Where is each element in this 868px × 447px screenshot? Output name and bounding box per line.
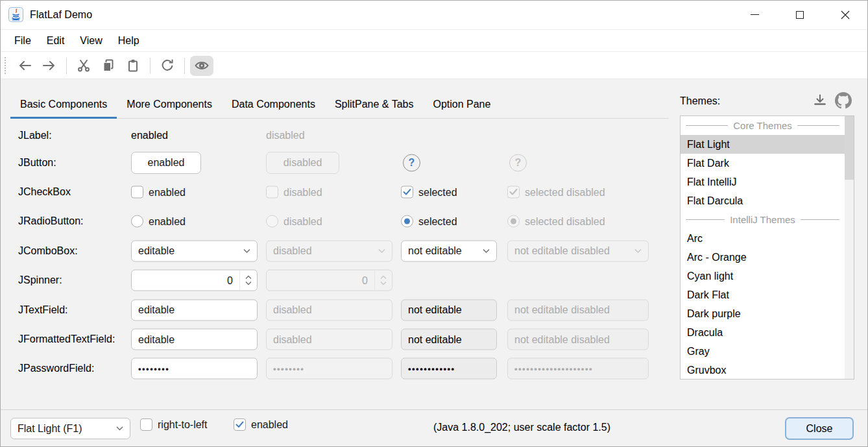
field-box: •••••••• bbox=[266, 358, 392, 380]
checkbox-label: right-to-left bbox=[158, 419, 207, 431]
refresh-icon bbox=[160, 58, 175, 73]
scrollbar-thumb[interactable] bbox=[845, 116, 854, 180]
theme-item-flat-darcula[interactable]: Flat Darcula bbox=[681, 191, 845, 210]
content-panel: Basic ComponentsMore ComponentsData Comp… bbox=[0, 79, 868, 409]
enabled-checkbox[interactable]: enabled bbox=[234, 418, 288, 431]
checkbox-label: enabled bbox=[149, 186, 186, 198]
control-text: enabled bbox=[148, 157, 185, 169]
row-cells: ••••••••••••••••••••••••••••••••••••••••… bbox=[131, 354, 669, 383]
field-box[interactable]: editable bbox=[131, 299, 258, 320]
spinner-buttons[interactable] bbox=[239, 271, 257, 291]
themes-toolbar bbox=[812, 92, 852, 112]
theme-item-gray[interactable]: Gray bbox=[681, 342, 845, 361]
minimize-button[interactable] bbox=[732, 0, 777, 29]
theme-item-arc-orange[interactable]: Arc - Orange bbox=[681, 248, 845, 267]
checkbox: disabled bbox=[266, 186, 392, 199]
tab-splitpane-tabs[interactable]: SplitPane & Tabs bbox=[325, 91, 424, 118]
row-label: JRadioButton: bbox=[18, 215, 131, 227]
checkbox[interactable]: selected bbox=[401, 186, 497, 199]
text-field: editable bbox=[131, 329, 258, 350]
chevron-down-icon bbox=[380, 282, 387, 285]
theme-list-scrollbar[interactable] bbox=[845, 116, 854, 379]
show-details-toggle[interactable] bbox=[190, 56, 213, 76]
field-box[interactable]: not editable bbox=[401, 329, 497, 350]
combobox-control[interactable]: not editable bbox=[401, 240, 497, 261]
close-window-button[interactable] bbox=[823, 0, 868, 29]
field-box[interactable]: not editable bbox=[401, 299, 497, 320]
control-text: not editable disabled bbox=[514, 304, 610, 316]
radio-label: enabled bbox=[149, 215, 186, 227]
field-box[interactable]: editable bbox=[131, 329, 258, 350]
checkbox[interactable]: enabled bbox=[131, 186, 258, 199]
back-button[interactable] bbox=[13, 56, 36, 76]
separator-line bbox=[801, 219, 839, 220]
theme-item-dark-flat[interactable]: Dark Flat bbox=[681, 285, 845, 304]
refresh-button[interactable] bbox=[156, 56, 179, 76]
copy-button[interactable] bbox=[97, 56, 120, 76]
tab-basic-components[interactable]: Basic Components bbox=[10, 91, 117, 118]
forward-button[interactable] bbox=[38, 56, 61, 76]
spinner-control[interactable]: 0 bbox=[131, 270, 258, 291]
row-label: JSpinner: bbox=[18, 274, 131, 286]
maximize-button[interactable] bbox=[777, 0, 823, 29]
checkbox-box bbox=[401, 186, 413, 199]
radio-button[interactable]: selected bbox=[401, 215, 497, 228]
row-label: JTextField: bbox=[18, 304, 131, 316]
github-icon[interactable] bbox=[835, 92, 852, 112]
radio-button[interactable]: enabled bbox=[131, 215, 258, 228]
radio-label: selected disabled bbox=[525, 215, 605, 227]
radio-circle bbox=[507, 215, 520, 228]
theme-item-dark-purple[interactable]: Dark purple bbox=[681, 304, 845, 323]
radio-circle bbox=[131, 215, 143, 228]
theme-item-arc[interactable]: Arc bbox=[681, 229, 845, 248]
control-text: not editable bbox=[408, 304, 462, 316]
theme-item-flat-light[interactable]: Flat Light bbox=[681, 135, 845, 154]
password-field: •••••••••••••••••••• bbox=[507, 358, 649, 380]
control-text: 0 bbox=[267, 271, 374, 291]
row-label: JCheckBox bbox=[18, 186, 131, 198]
download-icon[interactable] bbox=[812, 93, 828, 111]
toolbar-grip[interactable] bbox=[5, 57, 7, 74]
combobox-control: disabled bbox=[266, 240, 392, 261]
field-box[interactable]: •••••••• bbox=[131, 358, 258, 380]
theme-item-flat-intellij[interactable]: Flat IntelliJ bbox=[681, 173, 845, 191]
demo-button[interactable]: enabled bbox=[131, 152, 201, 174]
theme-item-gruvbox[interactable]: Gruvbox bbox=[681, 361, 845, 380]
laf-selector-combobox[interactable]: Flat Light (F1) bbox=[10, 418, 130, 439]
chevron-down-icon bbox=[245, 282, 252, 285]
theme-item-flat-dark[interactable]: Flat Dark bbox=[681, 154, 845, 173]
chevron-down-icon bbox=[483, 248, 490, 253]
theme-item-dracula[interactable]: Dracula bbox=[681, 323, 845, 342]
cut-icon bbox=[76, 58, 91, 73]
combobox: not editable bbox=[401, 240, 497, 261]
tab-data-components[interactable]: Data Components bbox=[222, 91, 325, 118]
paste-button[interactable] bbox=[121, 56, 145, 76]
checkbox: selected disabled bbox=[507, 186, 649, 199]
menu-view[interactable]: View bbox=[72, 35, 110, 47]
tab-option-pane[interactable]: Option Pane bbox=[423, 91, 500, 118]
chevron-up-icon bbox=[380, 276, 387, 280]
menu-help[interactable]: Help bbox=[110, 35, 147, 47]
cut-button[interactable] bbox=[72, 56, 95, 76]
paste-icon bbox=[125, 58, 141, 73]
checkbox-box bbox=[507, 186, 520, 199]
theme-item-cyan-light[interactable]: Cyan light bbox=[681, 267, 845, 285]
combobox-control[interactable]: editable bbox=[131, 240, 258, 261]
component-row-jlabel: JLabel:enableddisabled bbox=[10, 123, 669, 148]
password-field: •••••••••••• bbox=[401, 358, 497, 380]
text-field: not editable disabled bbox=[507, 299, 649, 320]
close-button[interactable]: Close bbox=[785, 417, 854, 440]
control-text: •••••••••••••••••••• bbox=[514, 364, 593, 374]
tab-more-components[interactable]: More Components bbox=[117, 91, 222, 118]
control-text: disabled bbox=[273, 304, 312, 316]
menu-file[interactable]: File bbox=[6, 35, 39, 47]
menu-edit[interactable]: Edit bbox=[39, 35, 73, 47]
chevron-down-icon bbox=[116, 426, 123, 431]
radio-circle bbox=[266, 215, 278, 228]
field-box: disabled bbox=[266, 329, 392, 350]
help-button[interactable]: ? bbox=[403, 154, 420, 171]
field-box[interactable]: •••••••••••• bbox=[401, 358, 497, 380]
component-row-jformattedtextfield: JFormattedTextField:editabledisablednot … bbox=[10, 324, 669, 354]
right-to-left-checkbox[interactable]: right-to-left bbox=[140, 418, 207, 431]
combobox: disabled bbox=[266, 240, 392, 261]
